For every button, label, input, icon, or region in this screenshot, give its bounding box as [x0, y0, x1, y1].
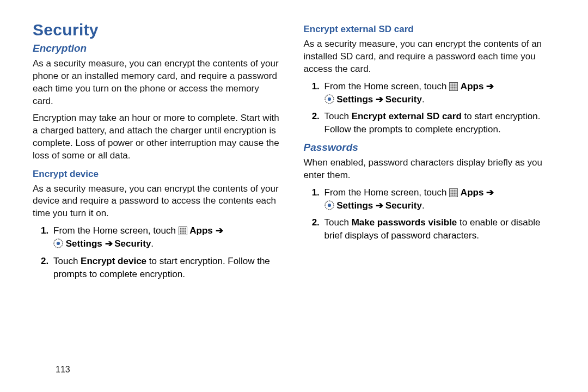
settings-gear-icon	[324, 94, 337, 105]
svg-rect-10	[181, 231, 182, 232]
encrypt-device-bold: Encrypt device	[81, 256, 146, 266]
svg-rect-23	[456, 83, 457, 84]
svg-rect-54	[456, 194, 457, 195]
step-text: Touch	[53, 256, 81, 266]
manual-page: Security Encryption As a security measur…	[0, 0, 588, 392]
svg-rect-15	[183, 233, 184, 234]
apps-label: Apps	[461, 81, 484, 91]
encrypt-device-steps: From the Home screen, touch	[37, 224, 282, 280]
apps-grid-icon	[179, 225, 190, 236]
svg-point-56	[327, 204, 330, 207]
svg-rect-35	[456, 88, 457, 89]
encrypt-sd-bold: Encrypt external SD card	[352, 111, 462, 121]
svg-rect-6	[181, 230, 182, 231]
svg-rect-32	[451, 88, 452, 89]
period: .	[151, 238, 154, 249]
svg-rect-8	[185, 230, 186, 231]
step-text: Touch	[324, 217, 352, 228]
passwords-steps: From the Home screen, touch	[308, 186, 558, 242]
step: Touch Encrypt external SD card to start …	[322, 110, 558, 136]
step: From the Home screen, touch	[322, 80, 558, 106]
encryption-intro: As a security measure, you can encrypt t…	[33, 58, 282, 108]
svg-rect-29	[452, 87, 454, 88]
settings-label: Settings	[336, 200, 373, 211]
apps-label: Apps	[461, 187, 484, 198]
settings-gear-icon	[53, 238, 66, 249]
heading-encrypt-device: Encrypt device	[33, 169, 282, 180]
arrow-icon: ➔	[376, 200, 383, 211]
apps-label: Apps	[189, 225, 213, 236]
arrow-icon: ➔	[486, 187, 493, 198]
section-encryption: Encryption	[33, 42, 282, 54]
arrow-icon: ➔	[486, 81, 493, 91]
svg-rect-27	[456, 85, 457, 86]
svg-rect-2	[181, 228, 182, 229]
svg-rect-51	[451, 194, 452, 195]
encrypt-sd-desc: As a security measure, you can encrypt t…	[304, 38, 558, 76]
arrow-icon: ➔	[216, 225, 223, 236]
svg-rect-46	[456, 191, 457, 192]
svg-point-37	[327, 97, 330, 101]
settings-label: Settings	[336, 94, 373, 105]
svg-rect-53	[454, 194, 455, 195]
heading-encrypt-sd: Encrypt external SD card	[304, 24, 558, 35]
svg-rect-11	[183, 231, 184, 232]
period: .	[422, 200, 425, 211]
svg-rect-21	[452, 83, 454, 84]
page-number: 113	[56, 365, 70, 375]
encryption-warning: Encryption may take an hour or more to c…	[33, 112, 282, 162]
svg-rect-7	[183, 230, 184, 231]
step-text: From the Home screen, touch	[53, 225, 179, 236]
svg-rect-48	[452, 193, 454, 194]
svg-rect-12	[185, 231, 186, 232]
encrypt-device-desc: As a security measure, you can encrypt t…	[33, 183, 282, 220]
svg-rect-25	[452, 85, 454, 86]
svg-rect-3	[183, 228, 184, 229]
arrow-icon: ➔	[376, 94, 383, 105]
svg-rect-31	[456, 87, 457, 88]
section-passwords: Passwords	[304, 142, 558, 154]
svg-rect-22	[454, 83, 455, 84]
svg-rect-14	[181, 233, 182, 234]
encrypt-sd-steps: From the Home screen, touch	[308, 80, 558, 136]
svg-rect-30	[454, 87, 455, 88]
step-text: Touch	[324, 111, 352, 121]
svg-rect-43	[451, 191, 452, 192]
step: From the Home screen, touch	[51, 224, 282, 250]
svg-rect-50	[456, 193, 457, 194]
svg-rect-42	[456, 189, 457, 191]
svg-rect-13	[180, 233, 181, 234]
page-title: Security	[33, 21, 282, 39]
svg-rect-47	[451, 193, 452, 194]
svg-rect-1	[180, 228, 181, 229]
security-label: Security	[114, 238, 151, 249]
step: From the Home screen, touch	[322, 186, 558, 212]
svg-rect-41	[454, 189, 455, 191]
arrow-icon: ➔	[105, 238, 112, 249]
security-label: Security	[385, 200, 422, 211]
svg-rect-5	[180, 230, 181, 231]
svg-rect-28	[451, 87, 452, 88]
period: .	[422, 94, 425, 105]
svg-rect-49	[454, 193, 455, 194]
apps-grid-icon	[449, 187, 461, 198]
svg-rect-44	[452, 191, 454, 192]
svg-rect-4	[185, 228, 186, 229]
step: Touch Encrypt device to start encryption…	[51, 255, 282, 281]
svg-rect-34	[454, 88, 455, 89]
left-column: Security Encryption As a security measur…	[33, 21, 282, 285]
svg-rect-9	[180, 231, 181, 232]
svg-rect-16	[185, 233, 186, 234]
settings-gear-icon	[324, 200, 337, 211]
two-column-layout: Security Encryption As a security measur…	[33, 21, 558, 285]
svg-rect-52	[452, 194, 454, 195]
svg-rect-20	[451, 83, 452, 84]
svg-rect-33	[452, 88, 454, 89]
svg-rect-24	[451, 85, 452, 86]
svg-rect-45	[454, 191, 455, 192]
svg-rect-39	[451, 189, 452, 191]
step-text: From the Home screen, touch	[324, 81, 450, 91]
apps-grid-icon	[449, 81, 461, 91]
make-passwords-visible-bold: Make passwords visible	[352, 217, 457, 228]
step-text: From the Home screen, touch	[324, 187, 450, 198]
